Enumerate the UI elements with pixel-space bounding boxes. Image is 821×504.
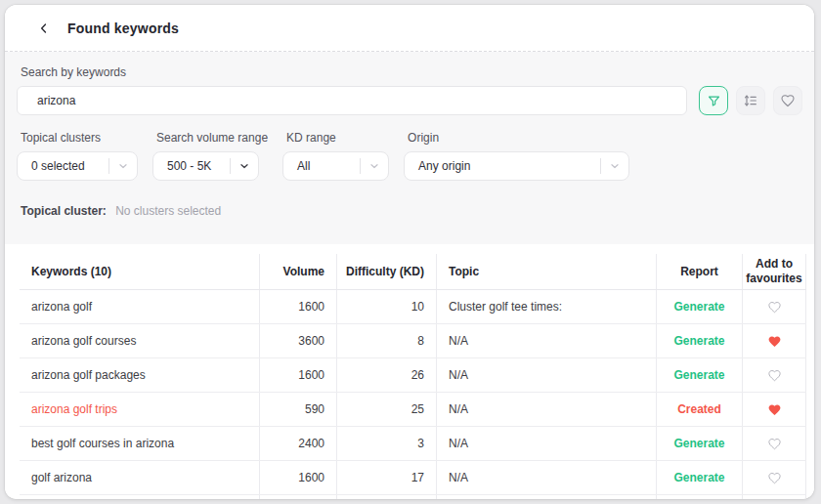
keyword-link[interactable]: best golf courses in arizona xyxy=(31,437,174,450)
table-row: arizona golf courses 3600 8 N/A Generate xyxy=(20,324,806,358)
table-row: best golf courses in arizona 2400 3 N/A … xyxy=(20,427,806,461)
favourite-toggle[interactable] xyxy=(763,296,785,317)
heart-outline-icon xyxy=(767,437,782,451)
topic-cell: N/A xyxy=(437,358,657,392)
difficulty-cell: 10 xyxy=(337,290,437,323)
funnel-icon xyxy=(707,94,721,108)
topic-cell: N/A xyxy=(437,461,657,494)
table-row: arizona golf packages 1600 26 N/A Genera… xyxy=(20,358,806,393)
report-link[interactable]: Generate xyxy=(673,300,724,314)
filter-search-volume: Search volume range 500 - 5K xyxy=(152,129,268,181)
dropdown-value: 500 - 5K xyxy=(153,159,230,173)
keywords-table: Keywords (10) Volume Difficulty (KD) Top… xyxy=(20,254,806,499)
topical-cluster-label: Topical cluster: xyxy=(21,204,107,218)
origin-dropdown[interactable]: Any origin xyxy=(404,151,629,181)
filter-section: Search by keywords xyxy=(5,52,814,244)
topic-cell: Cluster golf tee times: xyxy=(437,290,657,323)
search-volume-dropdown[interactable]: 500 - 5K xyxy=(152,151,259,181)
chevron-down-icon xyxy=(109,160,137,172)
heart-outline-icon xyxy=(767,368,782,383)
filter-label: Origin xyxy=(408,131,629,145)
filters-row: Topical clusters 0 selected Search volum… xyxy=(17,129,802,181)
chevron-down-icon xyxy=(361,160,388,172)
chevron-left-icon xyxy=(37,21,51,35)
heart-outline-icon xyxy=(767,300,782,315)
keywords-table-section: Keywords (10) Volume Difficulty (KD) Top… xyxy=(5,244,814,499)
report-link[interactable]: Generate xyxy=(673,437,724,450)
report-link[interactable]: Generate xyxy=(673,334,724,348)
col-header-topic: Topic xyxy=(437,254,657,289)
report-link[interactable]: Created xyxy=(677,402,721,416)
difficulty-cell: 26 xyxy=(337,358,437,392)
report-link[interactable]: Generate xyxy=(673,471,724,484)
col-header-difficulty: Difficulty (KD) xyxy=(337,254,437,289)
heart-outline-icon xyxy=(767,471,782,485)
topical-cluster-status: Topical cluster: No clusters selected xyxy=(21,204,802,218)
volume-cell: 1600 xyxy=(260,358,337,392)
difficulty-cell: 17 xyxy=(337,461,437,494)
col-header-volume: Volume xyxy=(260,254,337,289)
table-row: arizona golf 1600 10 Cluster golf tee ti… xyxy=(20,290,806,324)
table-row: golf arizona 1600 17 N/A Generate xyxy=(20,461,806,495)
keyword-link[interactable]: arizona golf packages xyxy=(31,368,146,382)
sort-order-button[interactable] xyxy=(736,86,765,115)
panel-header: Found keywords xyxy=(5,5,814,52)
chevron-down-icon xyxy=(231,160,258,172)
filter-label: Search volume range xyxy=(156,131,268,145)
dropdown-value: Any origin xyxy=(405,159,600,173)
keyword-link[interactable]: golf arizona xyxy=(31,471,92,484)
heart-filled-icon xyxy=(767,402,782,417)
difficulty-cell: 25 xyxy=(337,393,437,426)
back-button[interactable] xyxy=(34,19,54,38)
keyword-link[interactable]: arizona golf courses xyxy=(31,334,136,348)
filter-origin: Origin Any origin xyxy=(404,129,629,181)
heart-filled-icon xyxy=(767,334,782,349)
dropdown-value: All xyxy=(283,159,360,173)
favourites-filter-button[interactable] xyxy=(773,86,802,115)
dropdown-value: 0 selected xyxy=(18,159,108,173)
topical-cluster-value: No clusters selected xyxy=(115,204,221,218)
filter-label: KD range xyxy=(286,131,389,145)
col-header-report: Report xyxy=(657,254,743,289)
difficulty-cell: 8 xyxy=(337,324,437,357)
favourite-toggle[interactable] xyxy=(763,364,785,386)
topic-cell: N/A xyxy=(437,393,657,426)
volume-cell: 3600 xyxy=(260,324,337,357)
favourite-toggle[interactable] xyxy=(763,399,785,420)
filter-kd-range: KD range All xyxy=(282,129,389,181)
favourite-toggle[interactable] xyxy=(763,433,785,454)
topical-clusters-dropdown[interactable]: 0 selected xyxy=(17,151,138,181)
table-row-partial xyxy=(20,495,806,499)
chevron-down-icon xyxy=(601,160,628,172)
kd-range-dropdown[interactable]: All xyxy=(282,151,389,181)
table-header-row: Keywords (10) Volume Difficulty (KD) Top… xyxy=(20,254,806,290)
search-input[interactable] xyxy=(17,86,687,115)
volume-cell: 2400 xyxy=(260,427,337,460)
report-link[interactable]: Generate xyxy=(673,368,724,382)
keyword-link[interactable]: arizona golf trips xyxy=(31,402,117,416)
filter-topical-clusters: Topical clusters 0 selected xyxy=(17,129,138,181)
table-row: arizona golf trips 590 25 N/A Created xyxy=(20,393,806,427)
volume-cell: 590 xyxy=(260,393,337,426)
filter-toggle-button[interactable] xyxy=(699,86,728,115)
search-label: Search by keywords xyxy=(21,65,802,79)
page-title: Found keywords xyxy=(67,21,179,36)
table-body: arizona golf 1600 10 Cluster golf tee ti… xyxy=(20,290,806,495)
heart-icon xyxy=(780,93,796,108)
sort-lines-icon xyxy=(743,93,758,108)
topic-cell: N/A xyxy=(437,427,657,460)
found-keywords-panel: Found keywords Search by keywords xyxy=(5,5,814,499)
topic-cell: N/A xyxy=(437,324,657,357)
filter-label: Topical clusters xyxy=(21,131,138,145)
keyword-link[interactable]: arizona golf xyxy=(31,300,92,314)
col-header-favourites: Add to favourites xyxy=(743,254,806,289)
difficulty-cell: 3 xyxy=(337,427,437,460)
volume-cell: 1600 xyxy=(260,461,337,494)
volume-cell: 1600 xyxy=(260,290,337,323)
favourite-toggle[interactable] xyxy=(763,330,785,352)
col-header-keywords: Keywords (10) xyxy=(20,254,260,289)
favourite-toggle[interactable] xyxy=(763,467,785,488)
